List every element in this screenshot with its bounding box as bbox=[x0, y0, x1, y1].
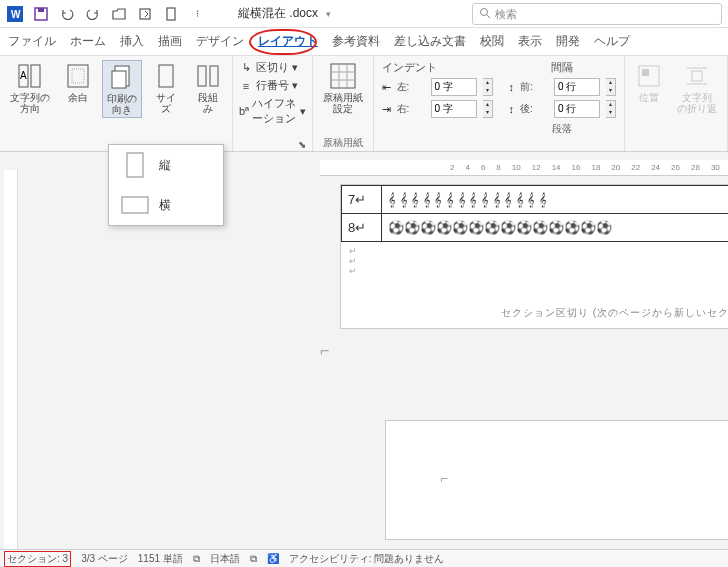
linenum-button[interactable]: ≡行番号 ▾ bbox=[239, 78, 306, 93]
table-row: 8↵ ⚽⚽⚽⚽⚽⚽⚽⚽⚽⚽⚽⚽⚽⚽ bbox=[342, 214, 729, 242]
breaks-button[interactable]: ↳区切り ▾ bbox=[239, 60, 306, 75]
svg-rect-3 bbox=[38, 8, 44, 12]
indent-left-input[interactable] bbox=[431, 78, 477, 96]
tab-help[interactable]: ヘルプ bbox=[594, 33, 630, 50]
status-track-icon[interactable]: ⧉ bbox=[250, 553, 257, 565]
breaks-icon: ↳ bbox=[239, 61, 253, 75]
crop-mark-icon: ⌐ bbox=[440, 470, 448, 486]
status-words[interactable]: 1151 単語 bbox=[138, 552, 183, 566]
row-content-soccer: ⚽⚽⚽⚽⚽⚽⚽⚽⚽⚽⚽⚽⚽⚽ bbox=[382, 214, 729, 242]
export-icon[interactable] bbox=[136, 5, 154, 23]
landscape-icon bbox=[119, 191, 151, 219]
tab-home[interactable]: ホーム bbox=[70, 33, 106, 50]
svg-rect-16 bbox=[198, 66, 206, 86]
tab-mailmerge[interactable]: 差し込み文書 bbox=[394, 33, 466, 50]
svg-text:W: W bbox=[11, 9, 21, 20]
orientation-landscape[interactable]: 横 bbox=[109, 185, 223, 225]
tab-developer[interactable]: 開発 bbox=[556, 33, 580, 50]
search-placeholder: 検索 bbox=[495, 7, 517, 22]
svg-rect-14 bbox=[112, 71, 126, 88]
columns-button[interactable]: 段組み bbox=[190, 60, 226, 116]
genkou-button[interactable]: 原稿用紙 設定 bbox=[319, 60, 367, 116]
svg-line-7 bbox=[487, 15, 490, 18]
svg-rect-28 bbox=[127, 153, 143, 177]
svg-rect-24 bbox=[642, 69, 649, 76]
hyphen-icon: bª bbox=[239, 104, 249, 118]
hyphen-button[interactable]: bªハイフネーション ▾ bbox=[239, 96, 306, 126]
spacing-after-icon: ↕ bbox=[509, 103, 515, 115]
svg-rect-11 bbox=[68, 65, 88, 87]
page-1: 7↵ 𝄞 𝄞 𝄞 𝄞 𝄞 𝄞 𝄞 𝄞 𝄞 𝄞 𝄞 𝄞 𝄞 𝄞 8↵ ⚽⚽⚽⚽⚽⚽… bbox=[340, 184, 728, 329]
svg-text:A: A bbox=[20, 70, 27, 81]
content-table: 7↵ 𝄞 𝄞 𝄞 𝄞 𝄞 𝄞 𝄞 𝄞 𝄞 𝄞 𝄞 𝄞 𝄞 𝄞 8↵ ⚽⚽⚽⚽⚽⚽… bbox=[341, 185, 728, 242]
spacing-title: 間隔 bbox=[509, 60, 617, 75]
search-icon bbox=[479, 7, 491, 21]
status-language[interactable]: 日本語 bbox=[210, 552, 240, 566]
status-spellcheck-icon[interactable]: ⧉ bbox=[193, 553, 200, 565]
spacing-before-spinner[interactable]: ▴▾ bbox=[606, 78, 616, 96]
tab-file[interactable]: ファイル bbox=[8, 33, 56, 50]
tab-reference[interactable]: 参考資料 bbox=[332, 33, 380, 50]
svg-rect-15 bbox=[159, 65, 173, 87]
indent-left-icon: ⇤ bbox=[382, 81, 391, 94]
para-group-label: 段落 bbox=[509, 122, 617, 136]
linenum-icon: ≡ bbox=[239, 79, 253, 93]
spacing-after-label: 後: bbox=[520, 102, 548, 116]
indent-left-spinner[interactable]: ▴▾ bbox=[483, 78, 493, 96]
menu-tabs: ファイル ホーム 挿入 描画 デザイン レイアウト 参考資料 差し込み文書 校閲… bbox=[0, 28, 728, 56]
document-title: 縦横混在 .docx bbox=[238, 5, 318, 22]
spacing-after-input[interactable] bbox=[554, 100, 600, 118]
save-icon[interactable] bbox=[32, 5, 50, 23]
word-app-icon: W bbox=[6, 5, 24, 23]
indent-left-label: 左: bbox=[397, 80, 425, 94]
portrait-icon bbox=[119, 151, 151, 179]
spacing-after-spinner[interactable]: ▴▾ bbox=[606, 100, 616, 118]
svg-rect-12 bbox=[72, 69, 84, 83]
accessibility-icon: ♿ bbox=[267, 553, 279, 564]
indent-right-label: 右: bbox=[397, 102, 425, 116]
title-bar: W ⁝ 縦横混在 .docx ▾ 検索 bbox=[0, 0, 728, 28]
tab-review[interactable]: 校閲 bbox=[480, 33, 504, 50]
tab-design[interactable]: デザイン bbox=[196, 33, 244, 50]
newdoc-icon[interactable] bbox=[162, 5, 180, 23]
svg-rect-25 bbox=[692, 71, 702, 81]
section-break-text: セクション区切り (次のページから新しいセク bbox=[501, 306, 728, 320]
title-dropdown-icon[interactable]: ▾ bbox=[326, 9, 331, 19]
orientation-landscape-label: 横 bbox=[159, 197, 171, 214]
row-number: 7 bbox=[348, 192, 355, 207]
tab-view[interactable]: 表示 bbox=[518, 33, 542, 50]
orientation-dropdown: 縦 横 bbox=[108, 144, 224, 226]
svg-rect-5 bbox=[167, 8, 175, 20]
status-section[interactable]: セクション: 3 bbox=[4, 551, 71, 567]
table-row: 7↵ 𝄞 𝄞 𝄞 𝄞 𝄞 𝄞 𝄞 𝄞 𝄞 𝄞 𝄞 𝄞 𝄞 𝄞 bbox=[342, 186, 729, 214]
spacing-before-icon: ↕ bbox=[509, 81, 515, 93]
svg-rect-18 bbox=[331, 64, 355, 88]
open-icon[interactable] bbox=[110, 5, 128, 23]
orientation-portrait[interactable]: 縦 bbox=[109, 145, 223, 185]
horizontal-ruler: 24681012141618202224262830 bbox=[320, 160, 728, 176]
orientation-button[interactable]: 印刷の 向き bbox=[102, 60, 142, 118]
qat-more-icon[interactable]: ⁝ bbox=[188, 5, 206, 23]
search-box[interactable]: 検索 bbox=[472, 3, 722, 25]
ribbon: A 文字列の 方向 余白 印刷の 向き サイズ 段組み ↳区切り bbox=[0, 56, 728, 152]
orientation-portrait-label: 縦 bbox=[159, 157, 171, 174]
page-2 bbox=[385, 420, 728, 540]
tab-layout[interactable]: レイアウト bbox=[258, 33, 318, 50]
size-button[interactable]: サイズ bbox=[148, 60, 184, 116]
margin-button[interactable]: 余白 bbox=[60, 60, 96, 105]
redo-icon[interactable] bbox=[84, 5, 102, 23]
undo-icon[interactable] bbox=[58, 5, 76, 23]
svg-rect-17 bbox=[210, 66, 218, 86]
spacing-before-input[interactable] bbox=[554, 78, 600, 96]
indent-right-spinner[interactable]: ▴▾ bbox=[483, 100, 493, 118]
tab-insert[interactable]: 挿入 bbox=[120, 33, 144, 50]
svg-point-6 bbox=[481, 9, 488, 16]
text-direction-button[interactable]: A 文字列の 方向 bbox=[6, 60, 54, 116]
status-bar: セクション: 3 3/3 ページ 1151 単語 ⧉ 日本語 ⧉ ♿ アクセシビ… bbox=[0, 549, 728, 567]
status-page[interactable]: 3/3 ページ bbox=[81, 552, 128, 566]
status-accessibility[interactable]: アクセシビリティ: 問題ありません bbox=[289, 552, 445, 566]
indent-right-input[interactable] bbox=[431, 100, 477, 118]
tab-draw[interactable]: 描画 bbox=[158, 33, 182, 50]
position-button: 位置 bbox=[631, 60, 667, 105]
wrap-button: 文字列 の折り返 bbox=[673, 60, 721, 116]
